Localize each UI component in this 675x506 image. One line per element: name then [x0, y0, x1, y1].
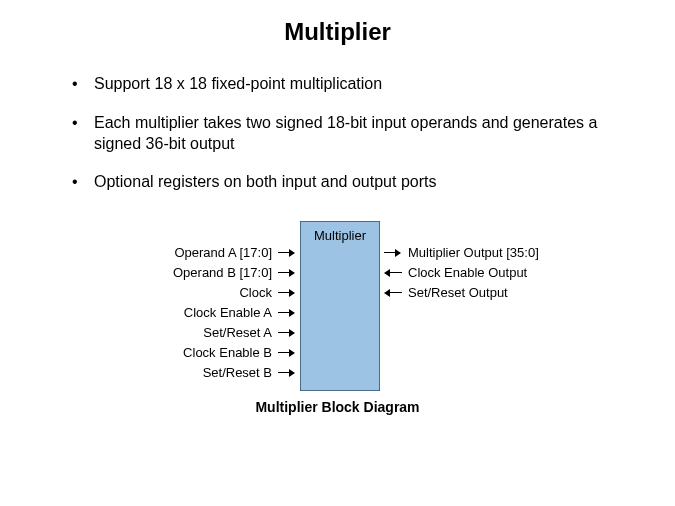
arrow-right-icon — [278, 368, 296, 378]
bullet-item: Each multiplier takes two signed 18-bit … — [72, 113, 612, 155]
port-label: Clock Enable Output — [408, 265, 527, 280]
port-label: Operand A [17:0] — [174, 245, 272, 260]
port-label: Set/Reset A — [203, 325, 272, 340]
page-title: Multiplier — [0, 18, 675, 46]
block-label: Multiplier — [301, 222, 379, 243]
input-port: Operand B [17:0] — [173, 265, 296, 280]
port-label: Clock Enable B — [183, 345, 272, 360]
arrow-right-icon — [384, 248, 402, 258]
arrow-right-icon — [278, 308, 296, 318]
output-port: Set/Reset Output — [384, 285, 508, 300]
arrow-left-icon — [384, 288, 402, 298]
port-label: Set/Reset Output — [408, 285, 508, 300]
multiplier-block: Multiplier — [300, 221, 380, 391]
arrow-right-icon — [278, 348, 296, 358]
port-label: Multiplier Output [35:0] — [408, 245, 539, 260]
bullet-list: Support 18 x 18 fixed-point multiplicati… — [72, 74, 612, 193]
arrow-left-icon — [384, 268, 402, 278]
port-label: Operand B [17:0] — [173, 265, 272, 280]
port-label: Clock Enable A — [184, 305, 272, 320]
arrow-right-icon — [278, 288, 296, 298]
input-port: Clock Enable B — [183, 345, 296, 360]
input-port: Clock Enable A — [184, 305, 296, 320]
input-port: Clock — [239, 285, 296, 300]
port-label: Clock — [239, 285, 272, 300]
block-diagram: Multiplier Operand A [17:0] Operand B [1… — [0, 221, 675, 431]
arrow-right-icon — [278, 248, 296, 258]
bullet-item: Support 18 x 18 fixed-point multiplicati… — [72, 74, 612, 95]
output-port: Clock Enable Output — [384, 265, 527, 280]
diagram-caption: Multiplier Block Diagram — [0, 399, 675, 415]
arrow-right-icon — [278, 268, 296, 278]
input-port: Set/Reset A — [203, 325, 296, 340]
bullet-item: Optional registers on both input and out… — [72, 172, 612, 193]
port-label: Set/Reset B — [203, 365, 272, 380]
arrow-right-icon — [278, 328, 296, 338]
output-port: Multiplier Output [35:0] — [384, 245, 539, 260]
input-port: Operand A [17:0] — [174, 245, 296, 260]
input-port: Set/Reset B — [203, 365, 296, 380]
